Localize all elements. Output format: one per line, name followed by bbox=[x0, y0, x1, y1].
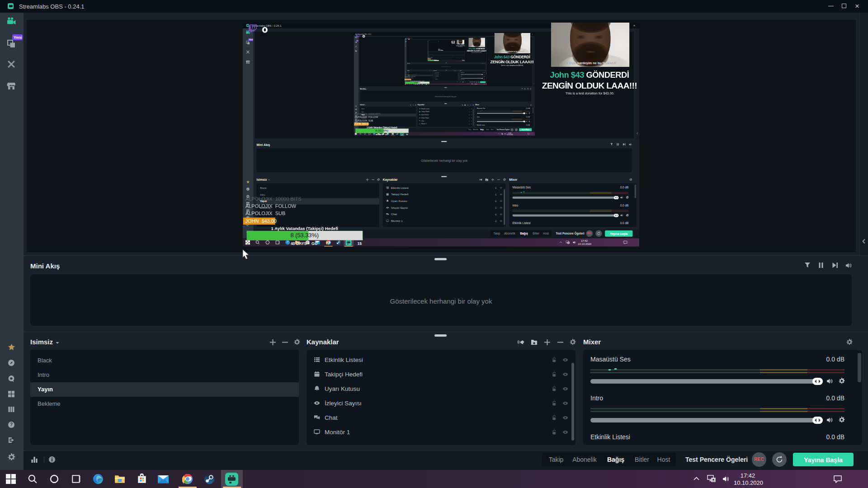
svg-text:?: ? bbox=[10, 422, 13, 427]
